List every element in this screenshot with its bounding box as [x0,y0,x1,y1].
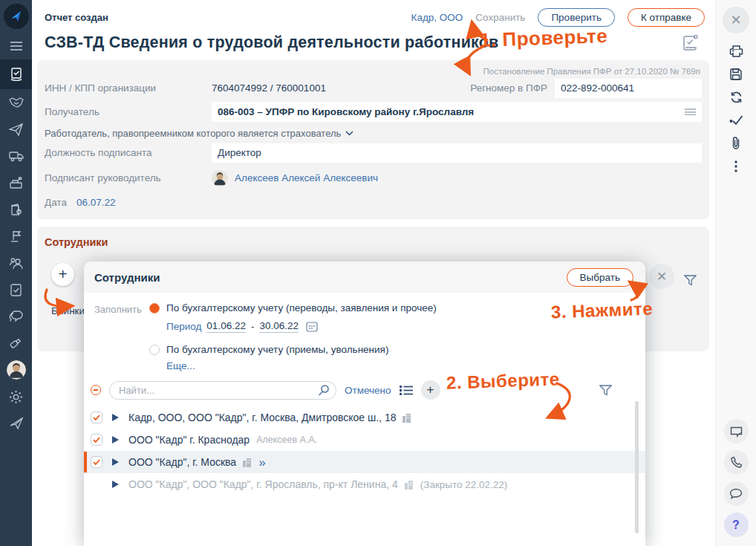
date-label: Дата [45,197,67,208]
signer-avatar [212,170,228,186]
modal-close-icon[interactable]: ✕ [649,264,674,289]
cash-register-icon[interactable] [0,169,32,196]
help-icon[interactable]: ? [724,513,749,537]
add-employee-button[interactable]: + [51,263,74,286]
search-input[interactable] [109,381,336,400]
select-button[interactable]: Выбрать [567,268,633,287]
building-icon [402,413,411,423]
sidebar-item-reports[interactable] [0,59,32,89]
close-icon[interactable]: ✕ [723,7,749,33]
radio-on-icon[interactable] [149,303,160,313]
table-row[interactable]: ООО "Кадр" г. Краснодар Алексеев А.А. [84,429,645,451]
user-avatar[interactable] [0,357,32,383]
report-check-icon[interactable] [681,35,699,54]
page-title: СЗВ-ТД Сведения о трудовой деятельности … [45,33,715,52]
printer-icon[interactable] [723,39,749,62]
send-button[interactable]: К отправке [628,8,705,27]
position-input[interactable] [212,143,702,163]
inn-label: ИНН / КПП организации [45,82,212,94]
chat-icon[interactable] [0,303,32,330]
signer-link[interactable]: Алексеев Алексей Алексеевич [235,172,378,183]
report-form-panel: Постановление Правления ПФР от 27.10.202… [37,60,709,219]
row-text: ООО "Кадр", ООО "Кадр", г. Ярославль, пр… [128,478,398,490]
row-text: ООО "Кадр" г. Краснодар [128,434,250,446]
paperclip-icon[interactable] [723,131,749,155]
scrollbar[interactable] [635,401,639,533]
double-chevron-icon[interactable]: » [258,456,265,469]
marked-link[interactable]: Отмечено [345,385,391,396]
phone-icon[interactable] [724,450,749,475]
employer-toggle[interactable]: Работодатель, правопреемником которого я… [45,128,702,139]
table-row[interactable]: Кадр, ООО, ООО "Кадр", г. Москва, Дмитро… [84,406,645,429]
check-button[interactable]: Проверить [538,8,615,27]
fill-options: Заполнить По бухгалтерскому учету (перев… [84,293,645,372]
regulation-note: Постановление Правления ПФР от 27.10.202… [45,65,702,77]
note-icon[interactable] [724,419,749,443]
building-icon [242,458,252,467]
report-status: Отчет создан [45,12,108,23]
truck-icon[interactable] [0,143,32,169]
recipient-field[interactable]: 086-003 – УПФР по Кировскому району г.Яр… [212,102,702,122]
signer-label: Подписант руководитель [45,172,212,183]
flag-icon[interactable] [0,223,32,250]
bird-icon[interactable] [0,410,32,437]
save-link[interactable]: Сохранить [475,12,525,23]
people-icon[interactable] [0,250,32,276]
gear-icon[interactable] [0,383,32,410]
radio-accounting-transfers[interactable]: По бухгалтерскому учету (переводы, заявл… [149,302,437,313]
period-separator: - [251,321,255,332]
employer-toggle-label: Работодатель, правопреемником которого я… [45,128,341,139]
expand-triangle-icon[interactable] [112,458,119,466]
avatar-photo [7,360,26,380]
position-label: Должность подписанта [45,147,212,158]
building-icon [404,480,414,490]
saby-logo-icon [4,4,29,29]
chat-bubble-icon[interactable] [724,481,749,506]
clipboard-check-icon[interactable] [0,276,32,303]
dialog-title: Сотрудники [94,271,160,284]
search-icon[interactable] [318,384,330,399]
recipient-menu-icon[interactable] [685,108,696,115]
recipient-value: 086-003 – УПФР по Кировскому району г.Яр… [218,106,474,117]
menu-icon[interactable] [0,33,32,59]
saby-logo[interactable] [0,0,32,33]
radio-accounting-hires[interactable]: По бухгалтерскому учету (приемы, увольне… [149,344,437,355]
more-vert-icon[interactable] [723,155,749,178]
collapse-all-icon[interactable] [91,385,101,395]
table-row[interactable]: ООО "Кадр", ООО "Кадр", г. Ярославль, пр… [84,473,645,495]
expand-triangle-icon[interactable] [112,414,119,421]
paper-plane-icon[interactable] [0,116,32,143]
date-value[interactable]: 06.07.22 [76,197,116,208]
documents-pin-icon[interactable] [0,196,32,223]
radio2-label: По бухгалтерскому учету (приемы, увольне… [166,344,388,355]
list-view-icon[interactable] [400,386,413,395]
handshake-icon[interactable] [0,89,32,116]
search-row: Отмечено + [84,380,645,400]
org-link[interactable]: Кадр, ООО [411,12,463,23]
expand-triangle-icon[interactable] [112,436,119,443]
checkbox-checked[interactable] [91,456,102,468]
right-toolbar: ✕ ? [715,0,756,546]
period-to[interactable]: 30.06.22 [259,320,299,333]
checkbox-checked[interactable] [91,412,102,423]
more-link[interactable]: Еще... [166,360,195,371]
save-icon[interactable] [723,62,749,85]
expand-triangle-icon[interactable] [112,481,119,488]
period-link[interactable]: Период [166,321,201,332]
filter-funnel-icon[interactable] [684,275,697,289]
radio-off-icon[interactable] [149,345,160,355]
checkbox-checked[interactable] [91,434,102,446]
period-row: Период 01.06.22 - 30.06.22 [166,320,437,333]
employees-section-title: Сотрудники [45,236,702,248]
regnum-input[interactable] [555,79,702,98]
employees-dialog: Сотрудники Выбрать Заполнить По бухгалте… [84,261,645,546]
row-text: Кадр, ООО, ООО "Кадр", г. Москва, Дмитро… [128,412,396,423]
table-row-selected[interactable]: ООО "Кадр", г. Москва » [84,451,645,473]
calendar-icon[interactable] [306,321,318,332]
refresh-icon[interactable] [723,85,749,108]
check-icon[interactable] [723,108,749,131]
modal-filter-funnel-icon[interactable] [599,385,612,396]
usb-drive-icon[interactable] [0,330,32,357]
add-button[interactable]: + [421,380,440,400]
period-from[interactable]: 01.06.22 [206,320,246,333]
